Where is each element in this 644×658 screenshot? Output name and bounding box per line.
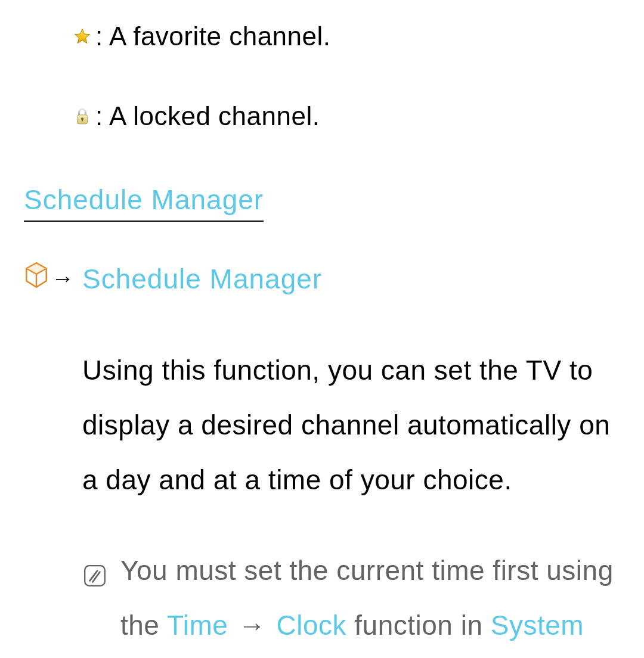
star-icon xyxy=(72,27,93,45)
note-arrow: → xyxy=(230,610,274,641)
favorite-channel-text: : A favorite channel. xyxy=(95,21,331,51)
cube-icon xyxy=(24,261,49,296)
note-part2: function in xyxy=(346,610,491,641)
locked-channel-line: : A locked channel. xyxy=(72,101,632,131)
system-link: System xyxy=(491,610,584,641)
note-block: You must set the current time first usin… xyxy=(82,543,614,658)
svg-rect-2 xyxy=(82,119,83,121)
note-text: You must set the current time first usin… xyxy=(120,543,614,658)
svg-rect-3 xyxy=(85,566,105,586)
section-heading: Schedule Manager xyxy=(24,184,264,222)
breadcrumb-text: Schedule Manager xyxy=(82,263,322,295)
locked-channel-text: : A locked channel. xyxy=(95,101,320,131)
note-icon xyxy=(82,551,107,606)
clock-link: Clock xyxy=(276,610,346,641)
lock-icon xyxy=(72,107,93,125)
breadcrumb: → Schedule Manager xyxy=(24,261,632,296)
favorite-channel-line: : A favorite channel. xyxy=(72,21,632,51)
arrow-icon: → xyxy=(51,266,74,291)
body-paragraph: Using this function, you can set the TV … xyxy=(82,343,614,507)
time-link: Time xyxy=(167,610,228,641)
